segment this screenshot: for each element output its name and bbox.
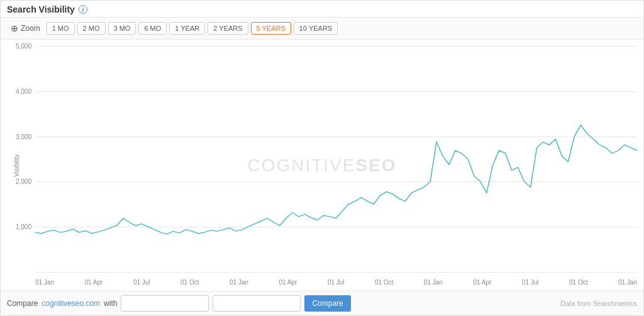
period-5years[interactable]: 5 YEARS [251, 22, 291, 35]
compare-label: Compare [7, 299, 38, 308]
x-label-4: 01 Jan [230, 279, 248, 286]
zoom-label: Zoom [21, 24, 40, 33]
data-source-label: Data from Searchmetrics [560, 300, 637, 307]
period-10years[interactable]: 10 YEARS [294, 22, 338, 35]
period-2mo[interactable]: 2 MO [77, 22, 106, 35]
x-label-5: 01 Apr [279, 279, 297, 286]
y-axis-label: Visibility [13, 154, 20, 177]
y-label-5000: 5,000 [4, 43, 31, 50]
x-label-11: 01 Oct [569, 279, 587, 286]
x-label-10: 01 Jul [522, 279, 539, 286]
toolbar: ⊕ Zoom 1 MO 2 MO 3 MO 6 MO 1 YEAR 2 YEAR… [1, 18, 643, 40]
compare-button[interactable]: Compare [304, 295, 350, 312]
x-label-3: 01 Oct [180, 279, 199, 286]
line-chart [35, 46, 637, 272]
x-label-7: 01 Oct [375, 279, 393, 286]
chart-area: Visibility 5,000 4,000 3,000 2,000 1,000… [1, 40, 643, 291]
x-label-9: 01 Apr [473, 279, 491, 286]
compare-input-1[interactable] [121, 295, 209, 312]
period-1year[interactable]: 1 YEAR [169, 22, 205, 35]
page-title: Search Visibility [7, 4, 75, 14]
zoom-button[interactable]: ⊕ Zoom [7, 21, 44, 35]
compare-site-link[interactable]: cognitiveseo.com [42, 299, 100, 308]
y-label-3000: 3,000 [4, 133, 31, 140]
with-label: with [104, 299, 117, 308]
compare-input-2[interactable] [213, 295, 301, 312]
period-3mo[interactable]: 3 MO [108, 22, 136, 35]
x-label-6: 01 Jul [328, 279, 345, 286]
y-label-1000: 1,000 [4, 223, 31, 230]
x-label-12: 01 Jan [618, 279, 637, 286]
zoom-icon: ⊕ [11, 23, 18, 33]
x-label-0: 01 Jan [35, 279, 54, 286]
period-6mo[interactable]: 6 MO [138, 22, 167, 35]
y-label-4000: 4,000 [4, 87, 31, 94]
x-label-8: 01 Jan [424, 279, 443, 286]
info-icon[interactable]: i [79, 5, 87, 14]
x-label-1: 01 Apr [85, 279, 103, 286]
period-1mo[interactable]: 1 MO [47, 22, 75, 35]
footer: Compare cognitiveseo.com with Compare Da… [1, 291, 643, 315]
y-label-2000: 2,000 [4, 178, 31, 185]
period-2years[interactable]: 2 YEARS [208, 22, 248, 35]
x-labels: 01 Jan 01 Apr 01 Jul 01 Oct 01 Jan 01 Ap… [35, 279, 637, 286]
x-label-2: 01 Jul [133, 279, 150, 286]
